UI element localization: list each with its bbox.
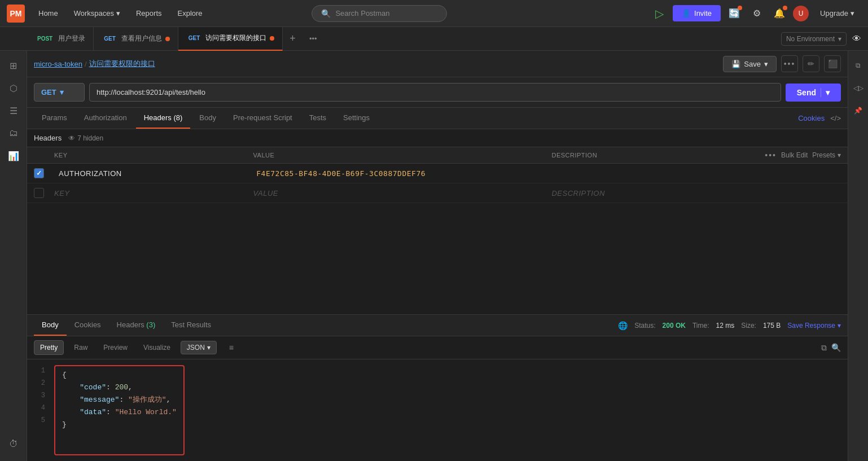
nav-workspaces[interactable]: Workspaces ▾ (67, 6, 127, 21)
edit-icon-button[interactable]: ✏ (803, 55, 819, 72)
sidebar-icon-api[interactable]: ☰ (3, 100, 24, 121)
table-actions-header: ••• Bulk Edit Presets ▾ (751, 151, 841, 160)
save-button[interactable]: 💾 Invite Save ▾ (723, 56, 777, 72)
env-settings-icon[interactable]: 👁 (850, 30, 863, 48)
nav-reports[interactable]: Reports (129, 6, 169, 21)
format-pretty[interactable]: Pretty (34, 340, 64, 355)
send-button[interactable]: Send ▾ (786, 84, 841, 102)
settings-icon[interactable]: ⚙ (748, 5, 766, 23)
tab-tests[interactable]: Tests (301, 108, 334, 129)
search-bar[interactable]: 🔍 Search Postman (312, 5, 447, 22)
format-filter-icon[interactable]: ≡ (223, 340, 239, 355)
headers-label: Headers (34, 134, 62, 142)
search-placeholder: Search Postman (335, 9, 389, 17)
environment-selector: No Environment ▾ 👁 (781, 30, 868, 48)
breadcrumb-parent[interactable]: micro-sa-token (34, 60, 82, 68)
chevron-down-icon: ▾ (116, 9, 120, 17)
tab-params[interactable]: Params (34, 108, 75, 129)
bulk-edit-button[interactable]: Bulk Edit (781, 151, 808, 159)
sidebar-icon-collections[interactable]: ⬡ (3, 78, 24, 98)
response-format-row: Pretty Raw Preview Visualize JSON ▾ ≡ ⧉ … (27, 336, 848, 359)
code-line-5: } (62, 419, 177, 431)
table-value-header: VALUE (253, 152, 552, 159)
tab-get-userinfo[interactable]: GET 查看用户信息 (94, 27, 178, 51)
upgrade-chevron-icon: ▾ (851, 9, 854, 17)
save-response-button[interactable]: Save Response ▾ (787, 322, 841, 330)
breadcrumb-current[interactable]: 访问需要权限的接口 (89, 59, 155, 69)
add-tab-button[interactable]: + (283, 33, 303, 45)
response-action-icons: ⧉ 🔍 (821, 343, 841, 353)
presets-button[interactable]: Presets ▾ (812, 151, 841, 159)
tab-headers[interactable]: Headers (8) (136, 108, 191, 129)
search-response-icon[interactable]: 🔍 (831, 343, 841, 352)
notifications-icon[interactable]: 🔔 (770, 5, 788, 23)
tab-unsaved-dot (270, 36, 274, 41)
table-desc-header: DESCRIPTION (551, 152, 751, 159)
response-section: Body Cookies Headers (3) Test Results 🌐 … (27, 314, 848, 461)
globe-icon: 🌐 (618, 321, 628, 330)
code-line-1: { (62, 370, 177, 381)
breadcrumb: micro-sa-token / 访问需要权限的接口 (34, 59, 155, 69)
app-logo: PM (7, 5, 25, 23)
cookies-link[interactable]: Cookies (798, 114, 825, 122)
tab-prerequest[interactable]: Pre-request Script (225, 108, 300, 129)
empty-row-check (34, 188, 54, 198)
copy-icon[interactable]: ⧉ (821, 343, 827, 353)
runner-icon[interactable]: ▷ (650, 5, 668, 23)
more-options-button[interactable]: ••• (781, 55, 798, 72)
response-tabs-row: Body Cookies Headers (3) Test Results 🌐 … (27, 315, 848, 336)
empty-row-value[interactable]: Value (253, 189, 552, 197)
tab-settings[interactable]: Settings (335, 108, 378, 129)
row-key-cell[interactable]: Authorization (54, 169, 256, 178)
more-tabs-button[interactable]: ••• (303, 34, 324, 43)
hidden-headers-toggle[interactable]: 👁 7 hidden (68, 134, 103, 142)
table-more-icon[interactable]: ••• (765, 151, 777, 160)
nav-explore[interactable]: Explore (171, 6, 209, 21)
resp-tab-cookies[interactable]: Cookies (67, 315, 109, 336)
row-value-cell[interactable]: f4e72c85-bf48-4d0e-b69f-3c0887ddef76 (256, 169, 553, 178)
sidebar-icon-mock[interactable]: 📊 (3, 146, 24, 166)
highlighted-json-block: { "code": 200, "message": "操作成功", "data"… (54, 365, 185, 455)
code-icon[interactable]: </> (830, 114, 841, 122)
table-key-header: KEY (54, 152, 253, 159)
invite-button[interactable]: 👤 Invite (673, 5, 721, 21)
url-bar: GET ▾ Send ▾ (27, 77, 848, 108)
sidebar-icon-history[interactable]: ⏱ (3, 434, 24, 454)
search-icon: 🔍 (321, 9, 331, 18)
code-line-3: "message": "操作成功", (62, 394, 177, 406)
right-icon-1[interactable]: ⧉ (848, 55, 869, 76)
split-view-button[interactable]: ⬛ (824, 55, 841, 72)
sidebar-icon-environments[interactable]: 🗂 (3, 123, 24, 143)
right-icon-3[interactable]: 📌 (848, 100, 869, 121)
request-tabs-bar: POST 用户登录 GET 查看用户信息 GET 访问需要权限的接口 + •••… (0, 27, 868, 51)
right-icon-2[interactable]: ◁▷ (848, 78, 869, 98)
notifications-badge (783, 6, 787, 10)
sync-icon[interactable]: 🔄 (725, 5, 743, 23)
sidebar-icon-new-tab[interactable]: ⊞ (3, 55, 24, 76)
resp-tab-testresults[interactable]: Test Results (163, 315, 219, 336)
format-visualize[interactable]: Visualize (138, 341, 176, 354)
format-type-dropdown[interactable]: JSON ▾ (181, 341, 217, 354)
headers-table-header: KEY VALUE DESCRIPTION ••• Bulk Edit Pres… (27, 147, 848, 164)
right-sidebar: ⧉ ◁▷ 📌 (848, 51, 868, 461)
empty-row-checkbox[interactable] (34, 188, 44, 198)
empty-row-key[interactable]: Key (54, 189, 253, 197)
format-preview[interactable]: Preview (98, 341, 133, 354)
tab-post-login[interactable]: POST 用户登录 (27, 27, 94, 51)
tab-authorization[interactable]: Authorization (76, 108, 135, 129)
user-avatar[interactable]: U (793, 6, 809, 21)
env-dropdown[interactable]: No Environment ▾ (781, 32, 847, 46)
method-dropdown[interactable]: GET ▾ (34, 83, 85, 102)
nav-home[interactable]: Home (32, 6, 65, 21)
tab-body[interactable]: Body (191, 108, 224, 129)
invite-icon: 👤 (682, 9, 691, 17)
format-raw[interactable]: Raw (68, 341, 93, 354)
resp-tab-body[interactable]: Body (34, 315, 67, 336)
empty-row-desc[interactable]: Description (551, 189, 751, 197)
resp-tab-headers[interactable]: Headers (3) (109, 315, 164, 336)
main-content-area: micro-sa-token / 访问需要权限的接口 💾 Invite Save… (27, 51, 848, 461)
tab-get-permission[interactable]: GET 访问需要权限的接口 (178, 27, 283, 51)
row-checkbox[interactable]: ✓ (34, 168, 44, 178)
upgrade-button[interactable]: Upgrade ▾ (813, 5, 861, 21)
url-input[interactable] (89, 83, 781, 102)
